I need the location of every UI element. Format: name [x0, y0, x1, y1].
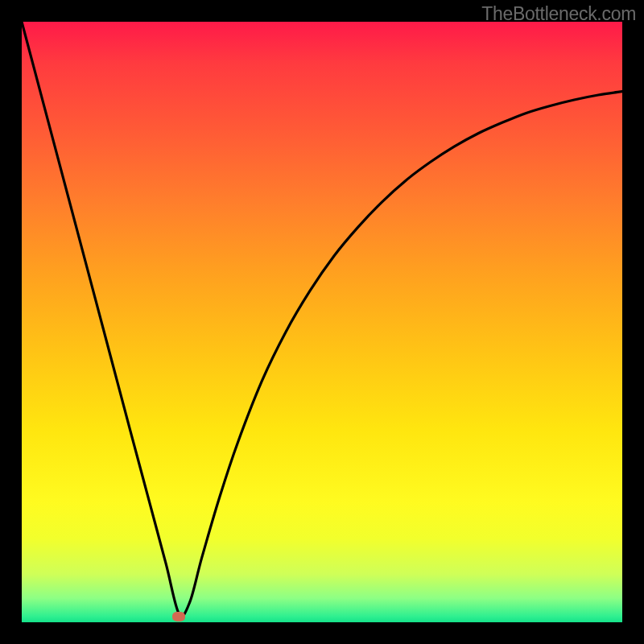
optimal-point-marker	[172, 612, 185, 621]
plot-area	[22, 22, 622, 622]
bottleneck-curve	[22, 22, 622, 616]
watermark-text: TheBottleneck.com	[481, 3, 636, 25]
chart-frame: TheBottleneck.com	[0, 0, 644, 644]
curve-svg	[22, 22, 622, 622]
